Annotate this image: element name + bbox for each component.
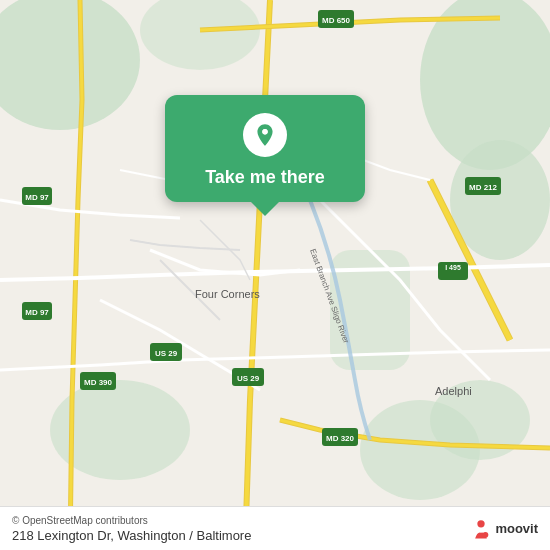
svg-point-30 (262, 129, 267, 134)
bottom-bar: © OpenStreetMap contributors 218 Lexingt… (0, 506, 550, 550)
callout-bubble[interactable]: Take me there (165, 95, 365, 202)
attribution-text: © OpenStreetMap contributors (12, 515, 251, 526)
svg-text:MD 650: MD 650 (322, 16, 351, 25)
svg-text:MD 97: MD 97 (25, 193, 49, 202)
moovit-logo: moovit (470, 518, 538, 540)
svg-text:Four Corners: Four Corners (195, 288, 260, 300)
svg-text:Adelphi: Adelphi (435, 385, 472, 397)
svg-text:MD 390: MD 390 (84, 378, 113, 387)
svg-point-32 (483, 531, 489, 537)
svg-text:MD 320: MD 320 (326, 434, 355, 443)
svg-text:MD 97: MD 97 (25, 308, 49, 317)
moovit-text: moovit (495, 521, 538, 536)
svg-text:I 495: I 495 (445, 264, 461, 271)
svg-point-31 (478, 520, 485, 527)
svg-text:MD 212: MD 212 (469, 183, 498, 192)
map-svg: Four Corners Adelphi MD 97 MD 97 MD 390 … (0, 0, 550, 550)
map-container: Four Corners Adelphi MD 97 MD 97 MD 390 … (0, 0, 550, 550)
moovit-icon (470, 518, 492, 540)
address-text: 218 Lexington Dr, Washington / Baltimore (12, 528, 251, 543)
svg-text:US 29: US 29 (237, 374, 260, 383)
callout-label: Take me there (205, 167, 325, 188)
pin-icon (243, 113, 287, 157)
svg-text:US 29: US 29 (155, 349, 178, 358)
svg-point-3 (450, 140, 550, 260)
